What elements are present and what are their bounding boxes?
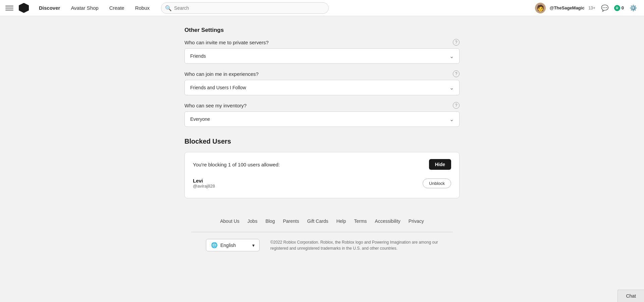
topnav-right: 🧑 @TheSageMagic 13+ 💬 R 0 ⚙️ <box>535 3 639 13</box>
setting-select-join-experiences[interactable]: Friends and Users I Follow ⌄ <box>184 80 460 95</box>
language-label: English <box>220 243 236 248</box>
nav-links: Discover Avatar Shop Create Robux <box>34 3 154 13</box>
username-label: @TheSageMagic <box>550 5 585 10</box>
footer-link-jobs[interactable]: Jobs <box>248 218 258 224</box>
footer-links: About Us Jobs Blog Parents Gift Cards He… <box>191 218 453 224</box>
footer-link-privacy[interactable]: Privacy <box>409 218 424 224</box>
blocked-users-section: Blocked Users You're blocking 1 of 100 u… <box>184 138 460 198</box>
other-settings-title: Other Settings <box>184 27 460 34</box>
blocked-header: You're blocking 1 of 100 users allowed: … <box>193 159 451 170</box>
nav-create[interactable]: Create <box>105 3 129 13</box>
setting-select-private-servers[interactable]: Friends ⌄ <box>184 48 460 64</box>
footer: About Us Jobs Blog Parents Gift Cards He… <box>184 218 460 265</box>
robux-count: 0 <box>622 5 624 10</box>
help-icon-join-experiences[interactable]: ? <box>453 70 460 77</box>
footer-link-blog[interactable]: Blog <box>265 218 275 224</box>
setting-join-experiences: Who can join me in experiences? ? Friend… <box>184 70 460 95</box>
footer-link-parents[interactable]: Parents <box>283 218 299 224</box>
hide-button[interactable]: Hide <box>429 159 451 170</box>
help-icon-inventory[interactable]: ? <box>453 102 460 109</box>
footer-copyright: ©2022 Roblox Corporation. Roblox, the Ro… <box>270 239 438 251</box>
nav-avatar-shop[interactable]: Avatar Shop <box>66 3 103 13</box>
blocked-user-name: Levi <box>193 178 419 184</box>
blocked-users-box: You're blocking 1 of 100 users allowed: … <box>184 152 460 198</box>
main-content: Other Settings Who can invite me to priv… <box>0 16 644 275</box>
setting-private-servers: Who can invite me to private servers? ? … <box>184 39 460 64</box>
chat-icon-btn[interactable]: 💬 <box>599 3 610 13</box>
unblock-button[interactable]: Unblock <box>423 179 451 188</box>
language-chevron-icon: ▾ <box>252 243 255 248</box>
robux-icon: R <box>614 5 620 11</box>
avatar[interactable]: 🧑 <box>535 3 546 13</box>
blocked-user-info: Levi @aviraj828 <box>193 178 419 189</box>
hamburger-menu[interactable] <box>5 4 13 12</box>
robux-display[interactable]: R 0 <box>614 5 624 11</box>
settings-icon-btn[interactable]: ⚙️ <box>628 3 639 13</box>
footer-link-terms[interactable]: Terms <box>354 218 367 224</box>
language-select[interactable]: 🌐 English ▾ <box>206 239 260 251</box>
blocked-users-title: Blocked Users <box>184 138 460 145</box>
roblox-logo[interactable] <box>19 3 29 13</box>
help-icon-private-servers[interactable]: ? <box>453 39 460 46</box>
search-input[interactable] <box>161 2 329 14</box>
blocked-user-row: Levi @aviraj828 Unblock <box>193 175 451 191</box>
footer-link-help[interactable]: Help <box>336 218 346 224</box>
topnav: Discover Avatar Shop Create Robux 🔍 🧑 @T… <box>0 0 644 16</box>
setting-label-join-experiences: Who can join me in experiences? ? <box>184 70 460 77</box>
settings-container: Other Settings Who can invite me to priv… <box>178 27 466 265</box>
footer-divider <box>191 232 453 232</box>
chevron-down-icon: ⌄ <box>449 53 454 59</box>
globe-icon: 🌐 <box>211 242 218 248</box>
search-bar: 🔍 <box>161 2 329 14</box>
chevron-down-icon-2: ⌄ <box>449 85 454 91</box>
age-badge: 13+ <box>588 6 595 10</box>
footer-bottom: 🌐 English ▾ ©2022 Roblox Corporation. Ro… <box>191 239 453 251</box>
setting-inventory: Who can see my inventory? ? Everyone ⌄ <box>184 102 460 127</box>
blocked-count-text: You're blocking 1 of 100 users allowed: <box>193 162 280 167</box>
footer-link-gift-cards[interactable]: Gift Cards <box>307 218 328 224</box>
nav-discover[interactable]: Discover <box>34 3 65 13</box>
footer-link-about-us[interactable]: About Us <box>220 218 239 224</box>
nav-robux[interactable]: Robux <box>130 3 154 13</box>
search-icon: 🔍 <box>165 5 172 11</box>
blocked-user-handle: @aviraj828 <box>193 184 419 189</box>
setting-label-private-servers: Who can invite me to private servers? ? <box>184 39 460 46</box>
chevron-down-icon-3: ⌄ <box>449 116 454 122</box>
setting-select-inventory[interactable]: Everyone ⌄ <box>184 111 460 127</box>
setting-label-inventory: Who can see my inventory? ? <box>184 102 460 109</box>
footer-link-accessibility[interactable]: Accessibility <box>375 218 400 224</box>
